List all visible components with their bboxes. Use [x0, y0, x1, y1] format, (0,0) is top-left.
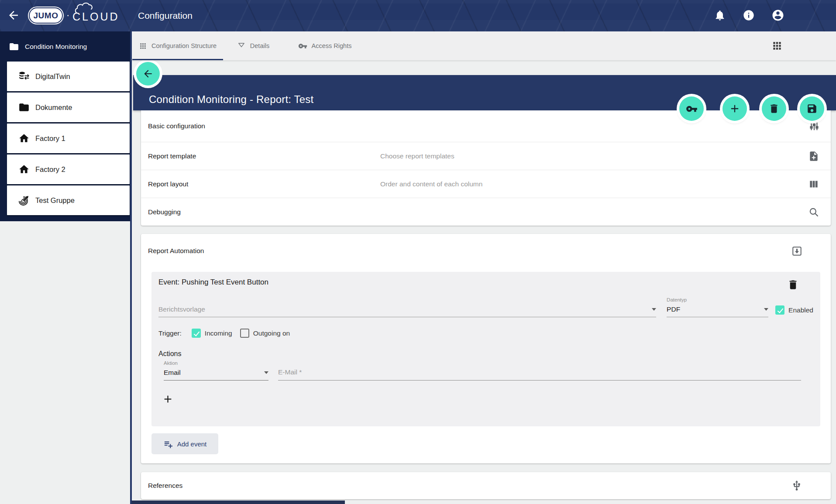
sidebar: Condition Monitoring DigitalTwin [0, 31, 132, 504]
trigger-label: Trigger: [158, 329, 182, 337]
row-hint: Order and content of each column [380, 180, 808, 188]
section-title: Report Automation [148, 247, 791, 255]
actions-title: Actions [158, 350, 813, 358]
sidebar-item-label: DigitalTwin [35, 72, 70, 81]
select-placeholder: Berichtsvorlage [158, 305, 648, 313]
checkbox-label: Enabled [788, 306, 813, 314]
account-icon[interactable] [771, 9, 784, 22]
row-label: Report template [148, 152, 380, 160]
trash-icon [768, 103, 780, 114]
save-icon [806, 103, 818, 114]
row-label: Report layout [148, 180, 380, 188]
back-button[interactable] [136, 62, 160, 86]
home-icon [18, 164, 30, 175]
enabled-checkbox-group: Enabled [775, 305, 813, 315]
row-references[interactable]: References [141, 472, 831, 499]
grid-icon [139, 42, 147, 50]
sidebar-item-label: Condition Monitoring [25, 43, 87, 51]
chevron-down-icon [264, 371, 268, 374]
event-panel: Event: Pushing Test Event Button Bericht… [151, 272, 820, 426]
sidebar-item-factory-2[interactable]: Factory 2 [7, 154, 130, 184]
tab-access-rights[interactable]: Access Rights [283, 31, 367, 60]
references-card: References [141, 472, 831, 499]
tune-icon[interactable] [808, 120, 820, 132]
report-automation-card: Report Automation Event: Pushing Test Ev… [141, 234, 831, 463]
import-box-icon[interactable] [791, 245, 803, 257]
row-hint: Choose report templates [380, 152, 808, 160]
outgoing-checkbox[interactable] [240, 329, 249, 338]
horizontal-scrollbar-thumb[interactable] [132, 501, 345, 504]
add-action-icon[interactable] [162, 392, 176, 406]
trigger-row: Trigger: Incoming Outgoing on [158, 329, 813, 338]
enabled-checkbox[interactable] [775, 305, 784, 315]
add-event-label: Add event [177, 440, 207, 448]
event-fields-row: Berichtsvorlage Datentyp PDF [158, 297, 813, 317]
row-report-template[interactable]: Report template Choose report templates [141, 142, 831, 170]
datatype-select[interactable]: Datentyp PDF [667, 297, 768, 317]
key-icon [298, 41, 307, 51]
delete-button[interactable] [762, 96, 786, 121]
sidebar-item-factory-1[interactable]: Factory 1 [7, 123, 130, 153]
tab-bar: Configuration Structure Details Access R… [132, 31, 836, 60]
page-scroll-area: Condition Monitoring - Report: Test Basi… [132, 60, 836, 504]
info-icon[interactable] [743, 9, 755, 21]
sidebar-item-digitaltwin[interactable]: DigitalTwin [7, 62, 130, 91]
home-icon [18, 133, 30, 144]
usb-icon[interactable] [791, 480, 803, 492]
tab-label: Configuration Structure [151, 42, 217, 49]
sidebar-item-label: Dokumente [35, 103, 72, 112]
sidebar-item-label: Factory 2 [35, 165, 65, 174]
sidebar-item-dokumente[interactable]: Dokumente [7, 93, 130, 122]
grid-view-icon[interactable] [771, 40, 783, 51]
action-type-select[interactable]: Aktion Email [164, 360, 268, 381]
add-button[interactable] [722, 96, 747, 121]
digital-twin-icon [18, 71, 30, 82]
view-column-icon[interactable] [808, 178, 820, 190]
page-title: Configuration [138, 10, 193, 21]
arrow-left-icon [142, 68, 154, 79]
tab-details[interactable]: Details [224, 31, 283, 60]
basic-configuration-card: Basic configuration Report template Choo… [141, 110, 831, 226]
incoming-checkbox[interactable] [192, 329, 201, 338]
entity-title: Condition Monitoring - Report: Test [149, 93, 313, 106]
select-value: Email [164, 369, 261, 377]
tab-configuration-structure[interactable]: Configuration Structure [132, 31, 224, 60]
plus-icon [729, 103, 741, 115]
jumo-logo-text: JUMO [34, 11, 58, 21]
row-report-layout[interactable]: Report layout Order and content of each … [141, 170, 831, 198]
cloud-outline-icon [74, 0, 112, 14]
checkbox-label: Incoming [205, 329, 232, 337]
event-title: Event: Pushing Test Event Button [158, 278, 813, 287]
chevron-down-icon [652, 308, 656, 311]
filter-icon [237, 41, 246, 50]
note-add-icon[interactable] [808, 150, 820, 162]
key-icon [686, 103, 698, 115]
jumo-logo: JUMO [29, 7, 63, 24]
action-fields-row: Aktion Email [158, 360, 813, 381]
report-automation-header: Report Automation [141, 234, 831, 268]
field-label: Datentyp [667, 297, 768, 302]
sidebar-item-label: Test Gruppe [35, 196, 75, 205]
section-title: References [148, 482, 380, 490]
back-icon[interactable] [7, 9, 20, 22]
chevron-down-icon [764, 308, 768, 311]
field-label: Aktion [164, 360, 268, 366]
sidebar-item-test-gruppe[interactable]: Test Gruppe [7, 185, 130, 215]
search-icon[interactable] [808, 206, 820, 218]
row-label: Debugging [148, 208, 380, 216]
delete-event-icon[interactable] [787, 278, 799, 291]
access-rights-button[interactable] [679, 96, 704, 121]
report-template-select[interactable]: Berichtsvorlage [158, 305, 656, 317]
checkbox-label: Outgoing on [253, 329, 290, 337]
playlist-add-icon [163, 439, 173, 449]
target-icon [18, 195, 30, 206]
row-debugging[interactable]: Debugging [141, 198, 831, 226]
add-event-button[interactable]: Add event [151, 433, 218, 454]
select-value: PDF [667, 305, 760, 313]
sidebar-item-condition-monitoring[interactable]: Condition Monitoring [0, 31, 132, 62]
email-field[interactable] [278, 366, 801, 381]
sidebar-group: Condition Monitoring DigitalTwin [0, 31, 132, 221]
tab-label: Details [250, 42, 269, 49]
save-button[interactable] [800, 96, 824, 121]
notifications-icon[interactable] [714, 9, 726, 21]
